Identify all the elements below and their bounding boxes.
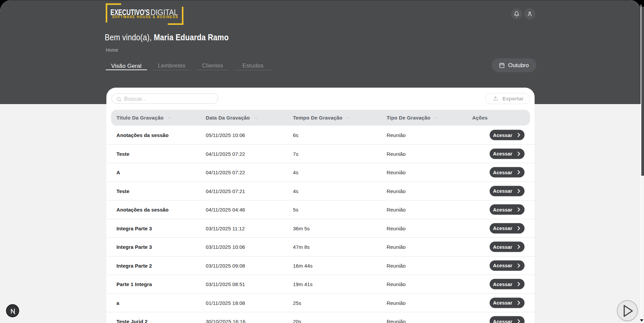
svg-text:SOFTWARE HOUSE & BUSINESS: SOFTWARE HOUSE & BUSINESS: [112, 15, 179, 18]
